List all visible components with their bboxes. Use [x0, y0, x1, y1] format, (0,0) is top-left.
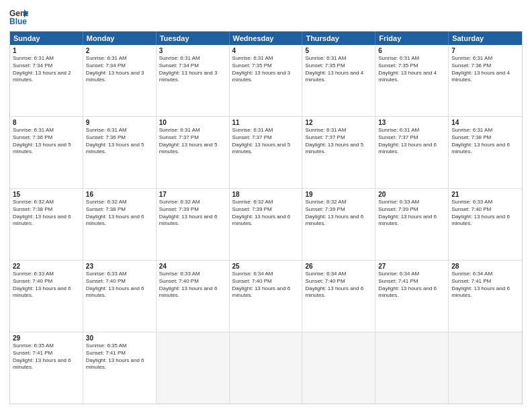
cell-info: Sunrise: 6:34 AM Sunset: 7:40 PM Dayligh… — [232, 271, 300, 300]
calendar-cell: 20 Sunrise: 6:33 AM Sunset: 7:39 PM Dayl… — [375, 189, 449, 260]
calendar-cell: 2 Sunrise: 6:31 AM Sunset: 7:34 PM Dayli… — [83, 45, 157, 116]
calendar-cell — [230, 332, 303, 404]
day-number: 23 — [86, 263, 153, 270]
day-number: 2 — [86, 47, 153, 54]
day-number: 10 — [159, 119, 226, 126]
calendar-cell: 5 Sunrise: 6:31 AM Sunset: 7:35 PM Dayli… — [302, 45, 375, 116]
calendar-cell: 18 Sunrise: 6:32 AM Sunset: 7:39 PM Dayl… — [230, 189, 303, 260]
calendar-cell — [157, 332, 230, 404]
calendar-cell: 16 Sunrise: 6:32 AM Sunset: 7:38 PM Dayl… — [83, 189, 157, 260]
calendar-row: 22 Sunrise: 6:33 AM Sunset: 7:40 PM Dayl… — [10, 260, 522, 332]
calendar-cell: 21 Sunrise: 6:33 AM Sunset: 7:40 PM Dayl… — [449, 189, 522, 260]
day-number: 11 — [232, 119, 300, 126]
day-number: 8 — [13, 119, 80, 126]
cell-info: Sunrise: 6:31 AM Sunset: 7:37 PM Dayligh… — [159, 127, 226, 156]
day-number: 18 — [232, 191, 300, 198]
day-number: 3 — [159, 47, 226, 54]
day-number: 27 — [378, 263, 445, 270]
calendar-row: 15 Sunrise: 6:32 AM Sunset: 7:38 PM Dayl… — [10, 188, 522, 260]
calendar-cell: 24 Sunrise: 6:33 AM Sunset: 7:40 PM Dayl… — [157, 261, 230, 332]
cell-info: Sunrise: 6:32 AM Sunset: 7:38 PM Dayligh… — [86, 199, 153, 228]
calendar-cell: 27 Sunrise: 6:34 AM Sunset: 7:41 PM Dayl… — [375, 261, 449, 332]
cell-info: Sunrise: 6:35 AM Sunset: 7:41 PM Dayligh… — [13, 342, 80, 371]
cell-info: Sunrise: 6:33 AM Sunset: 7:40 PM Dayligh… — [13, 271, 80, 300]
calendar-cell — [302, 332, 375, 404]
calendar-cell: 1 Sunrise: 6:31 AM Sunset: 7:34 PM Dayli… — [10, 45, 83, 116]
cell-info: Sunrise: 6:33 AM Sunset: 7:40 PM Dayligh… — [451, 199, 519, 228]
logo-icon: General Blue — [9, 7, 28, 26]
cell-info: Sunrise: 6:31 AM Sunset: 7:37 PM Dayligh… — [232, 127, 300, 156]
cell-info: Sunrise: 6:33 AM Sunset: 7:40 PM Dayligh… — [86, 271, 153, 300]
cell-info: Sunrise: 6:31 AM Sunset: 7:36 PM Dayligh… — [451, 55, 519, 84]
day-number: 7 — [451, 47, 519, 54]
calendar-cell: 29 Sunrise: 6:35 AM Sunset: 7:41 PM Dayl… — [10, 332, 83, 404]
day-number: 25 — [232, 263, 300, 270]
day-number: 4 — [232, 47, 300, 54]
calendar-cell: 23 Sunrise: 6:33 AM Sunset: 7:40 PM Dayl… — [83, 261, 157, 332]
weekday-header: Monday — [83, 32, 157, 45]
calendar-cell: 4 Sunrise: 6:31 AM Sunset: 7:35 PM Dayli… — [230, 45, 303, 116]
day-number: 16 — [86, 191, 153, 198]
calendar-cell: 15 Sunrise: 6:32 AM Sunset: 7:38 PM Dayl… — [10, 189, 83, 260]
cell-info: Sunrise: 6:35 AM Sunset: 7:41 PM Dayligh… — [86, 342, 153, 371]
cell-info: Sunrise: 6:33 AM Sunset: 7:40 PM Dayligh… — [159, 271, 226, 300]
weekday-header: Thursday — [302, 32, 375, 45]
calendar-cell — [375, 332, 449, 404]
calendar-cell: 17 Sunrise: 6:32 AM Sunset: 7:39 PM Dayl… — [157, 189, 230, 260]
cell-info: Sunrise: 6:31 AM Sunset: 7:35 PM Dayligh… — [232, 55, 300, 84]
cell-info: Sunrise: 6:32 AM Sunset: 7:38 PM Dayligh… — [13, 199, 80, 228]
calendar-cell: 6 Sunrise: 6:31 AM Sunset: 7:35 PM Dayli… — [375, 45, 449, 116]
weekday-header: Friday — [375, 32, 449, 45]
cell-info: Sunrise: 6:32 AM Sunset: 7:39 PM Dayligh… — [305, 199, 372, 228]
calendar-cell: 19 Sunrise: 6:32 AM Sunset: 7:39 PM Dayl… — [302, 189, 375, 260]
cell-info: Sunrise: 6:33 AM Sunset: 7:39 PM Dayligh… — [378, 199, 445, 228]
cell-info: Sunrise: 6:32 AM Sunset: 7:39 PM Dayligh… — [159, 199, 226, 228]
day-number: 24 — [159, 263, 226, 270]
day-number: 5 — [305, 47, 372, 54]
calendar-row: 8 Sunrise: 6:31 AM Sunset: 7:36 PM Dayli… — [10, 116, 522, 188]
calendar-row: 1 Sunrise: 6:31 AM Sunset: 7:34 PM Dayli… — [10, 45, 522, 116]
calendar-cell: 25 Sunrise: 6:34 AM Sunset: 7:40 PM Dayl… — [230, 261, 303, 332]
cell-info: Sunrise: 6:31 AM Sunset: 7:35 PM Dayligh… — [378, 55, 445, 84]
calendar-cell: 7 Sunrise: 6:31 AM Sunset: 7:36 PM Dayli… — [449, 45, 522, 116]
weekday-header: Tuesday — [157, 32, 230, 45]
calendar-cell: 13 Sunrise: 6:31 AM Sunset: 7:37 PM Dayl… — [375, 117, 449, 188]
calendar-header: SundayMondayTuesdayWednesdayThursdayFrid… — [10, 32, 522, 45]
day-number: 9 — [86, 119, 153, 126]
calendar-cell — [449, 332, 522, 404]
day-number: 13 — [378, 119, 445, 126]
day-number: 30 — [86, 334, 153, 342]
calendar-cell: 26 Sunrise: 6:34 AM Sunset: 7:40 PM Dayl… — [302, 261, 375, 332]
day-number: 1 — [13, 47, 80, 54]
day-number: 20 — [378, 191, 445, 198]
cell-info: Sunrise: 6:31 AM Sunset: 7:34 PM Dayligh… — [13, 55, 80, 84]
day-number: 19 — [305, 191, 372, 198]
calendar-cell: 30 Sunrise: 6:35 AM Sunset: 7:41 PM Dayl… — [83, 332, 157, 404]
day-number: 17 — [159, 191, 226, 198]
calendar-cell: 8 Sunrise: 6:31 AM Sunset: 7:36 PM Dayli… — [10, 117, 83, 188]
logo: General Blue — [9, 7, 31, 26]
cell-info: Sunrise: 6:31 AM Sunset: 7:38 PM Dayligh… — [451, 127, 519, 156]
calendar: SundayMondayTuesdayWednesdayThursdayFrid… — [9, 31, 523, 404]
cell-info: Sunrise: 6:32 AM Sunset: 7:39 PM Dayligh… — [232, 199, 300, 228]
calendar-cell: 9 Sunrise: 6:31 AM Sunset: 7:36 PM Dayli… — [83, 117, 157, 188]
calendar-body: 1 Sunrise: 6:31 AM Sunset: 7:34 PM Dayli… — [10, 45, 522, 404]
day-number: 6 — [378, 47, 445, 54]
cell-info: Sunrise: 6:31 AM Sunset: 7:36 PM Dayligh… — [86, 127, 153, 156]
day-number: 26 — [305, 263, 372, 270]
calendar-cell: 12 Sunrise: 6:31 AM Sunset: 7:37 PM Dayl… — [302, 117, 375, 188]
cell-info: Sunrise: 6:34 AM Sunset: 7:41 PM Dayligh… — [451, 271, 519, 300]
calendar-cell: 10 Sunrise: 6:31 AM Sunset: 7:37 PM Dayl… — [157, 117, 230, 188]
calendar-cell: 28 Sunrise: 6:34 AM Sunset: 7:41 PM Dayl… — [449, 261, 522, 332]
calendar-cell: 11 Sunrise: 6:31 AM Sunset: 7:37 PM Dayl… — [230, 117, 303, 188]
calendar-row: 29 Sunrise: 6:35 AM Sunset: 7:41 PM Dayl… — [10, 332, 522, 404]
weekday-header: Wednesday — [230, 32, 303, 45]
weekday-header: Sunday — [10, 32, 83, 45]
day-number: 22 — [13, 263, 80, 270]
cell-info: Sunrise: 6:31 AM Sunset: 7:37 PM Dayligh… — [378, 127, 445, 156]
cell-info: Sunrise: 6:31 AM Sunset: 7:37 PM Dayligh… — [305, 127, 372, 156]
calendar-cell: 14 Sunrise: 6:31 AM Sunset: 7:38 PM Dayl… — [449, 117, 522, 188]
cell-info: Sunrise: 6:34 AM Sunset: 7:41 PM Dayligh… — [378, 271, 445, 300]
cell-info: Sunrise: 6:34 AM Sunset: 7:40 PM Dayligh… — [305, 271, 372, 300]
day-number: 29 — [13, 334, 80, 342]
